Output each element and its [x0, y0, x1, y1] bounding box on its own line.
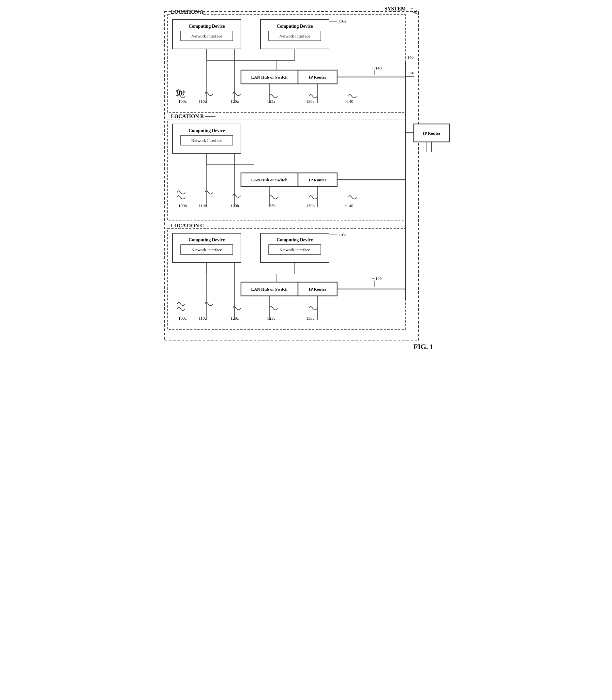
ref-140-b: 140: [347, 203, 353, 208]
wavy-110a: [205, 92, 213, 96]
fig-label: FIG. 1: [413, 343, 433, 351]
computing-device-a1-title: Computing Device: [189, 24, 225, 29]
ref-100a: 100a: [178, 99, 187, 104]
ref-140-c: 140: [375, 276, 382, 281]
lan-hub-c-label: LAN Hub or Switch: [251, 287, 288, 292]
location-c-label: LOCATION C ——: [171, 223, 216, 228]
wavy-120a: [233, 92, 241, 96]
tilde-140-a-bot: ~: [345, 99, 347, 104]
system-label: SYSTEM: [385, 6, 406, 11]
ref-125c: 125c: [267, 316, 276, 321]
wavy-c2: [177, 307, 185, 311]
wavy-b2: [177, 196, 185, 199]
ref-110c-bot: 110c: [198, 316, 207, 321]
wavy-130c: [309, 307, 317, 310]
ref-150: 150: [408, 70, 414, 76]
wavy-125b: [270, 196, 277, 199]
lan-hub-a-label: LAN Hub or Switch: [251, 75, 288, 80]
location-b-label: LOCATION B ——: [171, 113, 216, 119]
ref-140-sys: 140: [407, 55, 414, 60]
wavy-110b-bot: [205, 191, 213, 194]
wavy-120c: [233, 307, 241, 310]
ref-100c: 100c: [178, 316, 187, 321]
network-interface-a1-label: Network Interface: [191, 33, 222, 39]
ref-125a: 125a: [267, 99, 276, 104]
wavy-140b: [349, 196, 357, 199]
wavy-130a: [309, 95, 317, 98]
ref-130b: 130b: [306, 203, 315, 208]
ref-140-a-bot: 140: [347, 99, 353, 104]
wavy-110c-bot: [205, 302, 213, 306]
wavy-130b: [309, 196, 317, 199]
network-interface-c1-label: Network interface: [191, 247, 222, 252]
lan-hub-b-label: LAN Hub or Switch: [251, 177, 288, 182]
wavy-a-left: ~~: [176, 87, 184, 96]
ref-100b: 100b: [178, 203, 187, 208]
network-interface-a2-label: Network Interface: [279, 33, 310, 39]
computing-device-b1-title: Computing Device: [189, 128, 225, 133]
ref-140-a: 140: [375, 66, 382, 70]
ref-130a: 130a: [306, 99, 315, 104]
ref-110c-top: 110c: [338, 232, 346, 237]
ref-130c: 130c: [306, 316, 315, 321]
system-number-tilde: ~: [411, 6, 413, 11]
wavy-c1: [177, 302, 185, 306]
network-interface-c2-label: Network interface: [279, 247, 310, 252]
tilde-140-a: ~: [372, 66, 375, 70]
ref-110b: 110b: [198, 203, 207, 208]
wavy-125c: [270, 307, 277, 310]
ref-110a-top: 110a: [338, 18, 346, 24]
ref-110a-bot: 110a: [198, 99, 207, 104]
computing-device-a2-title: Computing Device: [277, 24, 313, 29]
page: SYSTEM ~ 10 LOCATION A LOCATION A —— Com…: [159, 6, 453, 359]
ip-router-b-label: IP Router: [308, 177, 326, 182]
ip-router-c-label: IP Router: [308, 287, 326, 292]
wavy-120b: [233, 194, 241, 197]
tilde-140-c: ~: [372, 276, 375, 281]
tilde-140-b: ~: [345, 203, 347, 208]
network-interface-b1-label: Network Interface: [191, 138, 222, 143]
svg-text:LOCATION A ——: LOCATION A ——: [171, 9, 215, 14]
computing-device-c1-title: Computing Device: [189, 237, 225, 242]
wavy-b1: [177, 191, 185, 194]
ref-120b: 120b: [231, 203, 239, 208]
wavy-140a: [349, 95, 357, 98]
wavy-125a: [270, 95, 277, 98]
ref-125b: 125b: [267, 203, 276, 208]
computing-device-c2-title: Computing Device: [277, 237, 313, 242]
ip-router-a-label: IP Router: [308, 75, 326, 80]
side-ip-router-label: IP Router: [422, 131, 441, 136]
